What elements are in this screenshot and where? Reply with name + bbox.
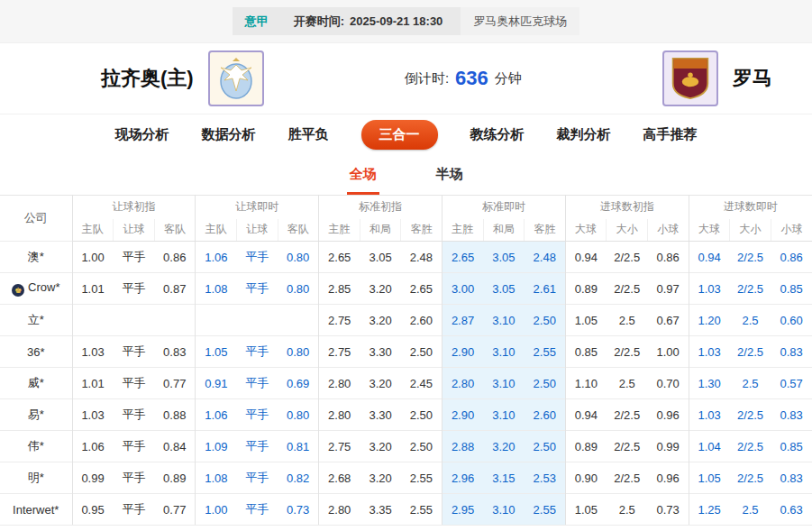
odds-cell: 1.05	[196, 336, 237, 368]
odds-cell: 0.97	[648, 273, 689, 305]
odds-cell: 2.60	[401, 305, 442, 336]
odds-cell: 0.83	[771, 462, 812, 494]
odds-cell: 0.80	[278, 273, 319, 305]
company-column-header: 公司	[0, 196, 72, 242]
nav-tab-expert-picks[interactable]: 高手推荐	[643, 126, 698, 143]
odds-cell: 1.06	[196, 399, 237, 431]
scope-tab-half-match[interactable]: 半场	[433, 157, 466, 195]
column-header: 客胜	[525, 219, 566, 242]
odds-cell: 0.83	[771, 399, 812, 431]
nav-tab-data-analysis[interactable]: 数据分析	[202, 126, 256, 143]
away-team-name: 罗马	[733, 65, 772, 92]
table-row: 威*1.01平手0.770.91平手0.692.803.202.452.803.…	[0, 368, 812, 399]
column-header: 大球	[565, 219, 607, 242]
odds-cell: 1.06	[196, 242, 237, 273]
odds-cell: 2/2.5	[607, 242, 648, 273]
company-name[interactable]: 明*	[0, 462, 72, 494]
match-info-inner: 意甲 开赛时间:2025-09-21 18:30 罗马奥林匹克球场	[233, 7, 580, 35]
odds-cell: 0.86	[154, 242, 196, 273]
odds-cell: 0.89	[565, 431, 607, 462]
company-name[interactable]: 伟*	[0, 431, 72, 462]
odds-cell: 2.96	[442, 462, 483, 494]
odds-cell: 0.84	[154, 431, 196, 462]
odds-cell: 0.77	[154, 368, 196, 399]
odds-table: 公司 让球初指让球即时标准初指标准即时进球数初指进球数即时 主队让球客队主队让球…	[0, 195, 812, 526]
odds-cell	[114, 305, 155, 336]
odds-cell	[72, 305, 114, 336]
nav-tab-coach-analysis[interactable]: 教练分析	[470, 126, 525, 143]
company-name[interactable]: ♚Crow*	[0, 273, 72, 305]
odds-cell: 0.77	[154, 494, 196, 526]
venue-name: 罗马奥林匹克球场	[461, 7, 579, 35]
odds-cell: 0.73	[648, 494, 689, 526]
odds-cell: 3.20	[360, 431, 401, 462]
company-name[interactable]: 威*	[0, 368, 72, 399]
kickoff-label: 开赛时间:	[294, 15, 344, 27]
odds-cell: 2.5	[730, 494, 771, 526]
odds-cell: 2.60	[525, 399, 566, 431]
odds-cell: 0.70	[648, 368, 689, 399]
column-header: 和局	[483, 219, 525, 242]
scope-tab-full-match[interactable]: 全场	[347, 157, 379, 195]
odds-cell: 3.00	[442, 273, 483, 305]
nav-tabs: 现场分析数据分析胜平负三合一教练分析裁判分析高手推荐	[0, 114, 812, 154]
kickoff-time: 开赛时间:2025-09-21 18:30	[281, 7, 461, 35]
nav-tab-live-analysis[interactable]: 现场分析	[115, 126, 169, 143]
countdown-label: 倒计时:	[405, 70, 449, 87]
odds-cell: 2/2.5	[730, 336, 771, 368]
company-name[interactable]: 易*	[0, 399, 72, 431]
column-header: 客队	[278, 219, 319, 242]
odds-cell: 1.05	[689, 462, 730, 494]
odds-cell	[278, 305, 319, 336]
odds-cell: 0.80	[278, 336, 319, 368]
company-name[interactable]: 立*	[0, 305, 72, 336]
odds-cell: 2.90	[442, 336, 483, 368]
odds-cell: 平手	[236, 494, 278, 526]
odds-cell: 2.48	[401, 242, 442, 273]
odds-cell: 平手	[236, 431, 278, 462]
odds-cell: 平手	[236, 399, 278, 431]
odds-cell: 0.90	[565, 462, 607, 494]
odds-cell: 3.20	[360, 273, 401, 305]
odds-cell: 平手	[236, 368, 278, 399]
company-name[interactable]: 36*	[0, 336, 72, 368]
odds-cell: 0.83	[154, 336, 196, 368]
company-name[interactable]: Interwet*	[0, 494, 72, 526]
odds-cell: 3.05	[360, 242, 401, 273]
odds-cell: 0.91	[196, 368, 237, 399]
odds-cell: 2.45	[401, 368, 442, 399]
nav-tab-three-in-one[interactable]: 三合一	[361, 120, 438, 150]
nav-tab-win-draw-loss[interactable]: 胜平负	[288, 126, 329, 143]
odds-cell: 2.80	[319, 494, 360, 526]
odds-cell: 3.05	[483, 242, 525, 273]
odds-cell: 3.20	[360, 305, 401, 336]
odds-cell: 2.87	[442, 305, 483, 336]
odds-cell: 1.03	[72, 399, 114, 431]
column-group-header: 进球数即时	[689, 196, 812, 219]
odds-cell: 0.73	[278, 494, 319, 526]
odds-cell: 0.63	[771, 494, 812, 526]
odds-cell: 3.10	[483, 305, 525, 336]
odds-cell: 0.94	[689, 242, 730, 273]
odds-cell: 1.04	[689, 431, 730, 462]
odds-cell: 平手	[114, 462, 155, 494]
odds-cell: 1.30	[689, 368, 730, 399]
column-group-header: 标准初指	[319, 196, 442, 219]
crown-logo-icon: ♚	[12, 284, 24, 297]
odds-cell: 3.10	[483, 368, 525, 399]
odds-cell: 1.08	[196, 462, 237, 494]
odds-cell: 1.00	[196, 494, 237, 526]
table-row: 立*2.753.202.602.873.102.501.052.50.671.2…	[0, 305, 812, 336]
match-header: 拉齐奥(主) 倒计时: 636 分钟 罗马	[0, 43, 812, 114]
odds-cell: 0.57	[771, 368, 812, 399]
odds-cell: 0.94	[565, 399, 607, 431]
odds-cell: 1.05	[565, 305, 607, 336]
odds-cell: 2.5	[607, 494, 648, 526]
league-badge[interactable]: 意甲	[233, 7, 281, 35]
nav-tab-referee-analysis[interactable]: 裁判分析	[557, 126, 611, 143]
table-row: 36*1.03平手0.831.05平手0.802.753.302.502.903…	[0, 336, 812, 368]
kickoff-value: 2025-09-21 18:30	[350, 15, 442, 27]
column-group-header: 让球即时	[196, 196, 319, 219]
company-name[interactable]: 澳*	[0, 242, 72, 273]
odds-cell: 2/2.5	[607, 399, 648, 431]
